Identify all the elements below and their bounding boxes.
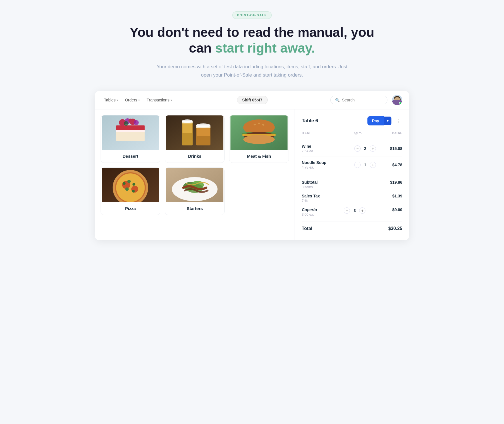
product-image-pizza [101, 168, 160, 202]
wine-qty-decrease[interactable]: − [354, 145, 361, 152]
order-item-wine: Wine 7.54 ea. − 2 + $15.08 [302, 141, 402, 157]
pay-main-button[interactable]: Pay [367, 116, 384, 125]
pos-toolbar: Tables ▾ Orders ▾ Transactions ▾ Shift 0… [95, 91, 409, 109]
order-item-noodle-soup: Noodle Soup 4.78 ea. − 1 + $4.78 [302, 157, 402, 173]
tax-value: $1.39 [392, 194, 402, 198]
svg-point-7 [124, 121, 129, 126]
coperto-qty-increase[interactable]: + [359, 207, 365, 214]
product-image-meat-fish [229, 115, 289, 150]
coperto-label: Coperto [302, 207, 317, 212]
pay-button-group: Pay ▾ [367, 116, 391, 125]
avatar [392, 95, 402, 105]
coperto-value: $9.00 [392, 207, 402, 212]
wine-qty-control: − 2 + [354, 145, 377, 152]
total-value: $30.25 [388, 226, 402, 231]
col-qty-header: QTY. [354, 131, 377, 135]
noodle-price: 4.78 ea. [302, 165, 352, 169]
order-panel: Table 6 Pay ▾ ⋮ ITEM QTY. TOTAL [295, 109, 409, 240]
hero-accent: start right away. [215, 41, 315, 55]
product-label-meat-fish: Meat & Fish [229, 150, 289, 163]
wine-name: Wine [302, 144, 352, 149]
product-card-starters[interactable]: Starters [165, 167, 225, 215]
pos-badge: POINT-OF-SALE [232, 11, 272, 19]
product-card-drinks[interactable]: Drinks [165, 115, 225, 163]
pos-main: Dessert [95, 109, 409, 240]
chevron-down-icon: ▾ [117, 99, 118, 102]
wine-total: $15.08 [379, 146, 402, 151]
coperto-row: Coperto 3.00 ea. − 3 + $9.00 [302, 205, 402, 219]
product-label-dessert: Dessert [101, 150, 160, 163]
hero-title-line2: can start right away. [189, 41, 315, 55]
product-label-drinks: Drinks [165, 150, 224, 163]
noodle-qty-increase[interactable]: + [370, 162, 376, 168]
svg-point-36 [132, 190, 135, 193]
shift-badge: Shift 05:47 [237, 96, 268, 104]
tax-label: Sales Tax [302, 194, 320, 198]
col-total-header: TOTAL [379, 131, 402, 135]
coperto-qty-decrease[interactable]: − [344, 207, 350, 214]
product-card-pizza[interactable]: Pizza [101, 167, 160, 215]
product-card-dessert[interactable]: Dessert [101, 115, 160, 163]
svg-point-18 [196, 123, 211, 127]
coperto-qty-control: − 3 + [344, 207, 365, 214]
noodle-total: $4.78 [379, 163, 402, 167]
tax-sub: 7 % [302, 199, 320, 203]
wine-price: 7.54 ea. [302, 149, 352, 153]
order-title: Table 6 [302, 118, 364, 124]
col-item-header: ITEM [302, 131, 352, 135]
product-image-starters [165, 168, 224, 202]
noodle-qty-decrease[interactable]: − [354, 162, 361, 168]
hero-section: POINT-OF-SALE You don't need to read the… [95, 11, 409, 79]
chevron-down-icon: ▾ [171, 99, 172, 102]
more-options-button[interactable]: ⋮ [395, 117, 402, 125]
subtotal-info: Subtotal 3 items [302, 180, 318, 189]
wine-qty-increase[interactable]: + [370, 145, 376, 152]
coperto-price: 3.00 ea. [302, 213, 317, 217]
search-box[interactable]: 🔍 [330, 96, 387, 104]
svg-point-32 [123, 182, 126, 185]
order-summary: Subtotal 3 items $19.86 Sales Tax 7 % $1… [302, 178, 402, 233]
wine-qty-value: 2 [363, 146, 367, 151]
subtotal-value: $19.86 [390, 180, 402, 185]
hero-subtitle: Your demo comes with a set of test data … [152, 63, 352, 79]
tax-row: Sales Tax 7 % $1.39 [302, 191, 402, 205]
svg-point-33 [127, 180, 131, 183]
order-item-wine-row: Wine 7.54 ea. − 2 + $15.08 [302, 144, 402, 153]
product-image-drinks [165, 115, 224, 150]
total-row: Total $30.25 [302, 221, 402, 233]
nav-transactions[interactable]: Transactions ▾ [144, 97, 174, 103]
coperto-qty-value: 3 [352, 208, 357, 213]
svg-point-8 [129, 119, 133, 123]
total-label: Total [302, 226, 312, 231]
order-item-noodle-row: Noodle Soup 4.78 ea. − 1 + $4.78 [302, 160, 402, 169]
search-icon: 🔍 [335, 98, 340, 102]
hero-title-line1: You don't need to read the manual, you [130, 25, 374, 40]
svg-rect-3 [116, 130, 145, 132]
noodle-name: Noodle Soup [302, 160, 352, 165]
product-grid: Dessert [101, 115, 289, 215]
pay-caret-button[interactable]: ▾ [384, 117, 391, 125]
search-input[interactable] [342, 98, 383, 102]
nav-orders[interactable]: Orders ▾ [123, 97, 142, 103]
noodle-qty-control: − 1 + [354, 162, 377, 168]
coperto-info: Coperto 3.00 ea. [302, 207, 317, 217]
hero-title: You don't need to read the manual, you c… [95, 25, 409, 56]
product-label-pizza: Pizza [101, 202, 160, 215]
pos-container: Tables ▾ Orders ▾ Transactions ▾ Shift 0… [95, 91, 409, 240]
noodle-info: Noodle Soup 4.78 ea. [302, 160, 352, 169]
svg-point-22 [258, 123, 260, 124]
svg-point-34 [133, 183, 135, 186]
svg-point-29 [116, 173, 145, 202]
product-label-starters: Starters [165, 202, 224, 215]
product-area: Dessert [95, 109, 295, 240]
product-card-meat-fish[interactable]: Meat & Fish [229, 115, 289, 163]
chevron-down-icon: ▾ [138, 99, 140, 102]
noodle-qty-value: 1 [363, 163, 367, 167]
svg-point-26 [243, 135, 275, 144]
product-image-dessert [101, 115, 160, 150]
toolbar-nav: Tables ▾ Orders ▾ Transactions ▾ [102, 97, 174, 103]
subtotal-sub: 3 items [302, 185, 318, 189]
nav-tables[interactable]: Tables ▾ [102, 97, 120, 103]
svg-point-17 [182, 119, 193, 123]
svg-point-9 [134, 120, 139, 125]
